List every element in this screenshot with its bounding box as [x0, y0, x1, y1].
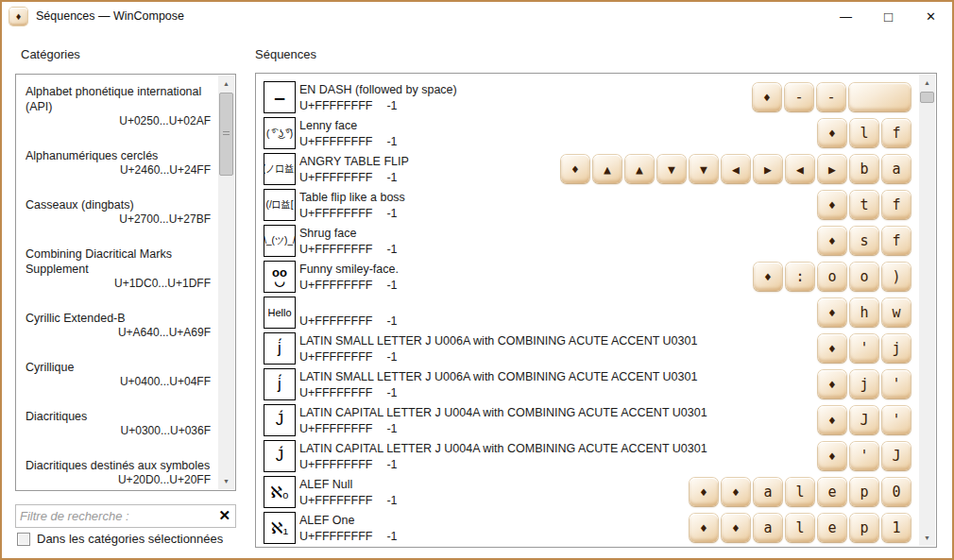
key-cap: f: [882, 227, 911, 255]
sequence-codepoint: U+FFFFFFFF: [299, 99, 372, 112]
sequence-codepoint: U+FFFFFFFF: [299, 530, 372, 543]
sequence-value: -1: [386, 279, 397, 292]
selected-categories-label: Dans les catégories sélectionnées: [37, 532, 223, 546]
sequence-title: Table flip like a boss: [299, 189, 818, 206]
sequence-title: LATIN CAPITAL LETTER J U004A with COMBIN…: [299, 404, 818, 421]
key-cap: f: [882, 119, 911, 147]
key-cap: a: [882, 155, 911, 183]
scrollbar-thumb[interactable]: [920, 92, 934, 103]
wincompose-window: ♦ Séquences — WinCompose — □ ✕ Catégorie…: [0, 0, 954, 560]
compose-key-cap: ♦: [818, 406, 846, 434]
sequence-list-item[interactable]: ¯\_(ツ)_/¯ Shrug face U+FFFFFFFF-1 ♦sf: [257, 223, 919, 259]
key-cap: h: [850, 298, 878, 327]
key-cap: l: [850, 119, 878, 147]
maximize-button[interactable]: □: [867, 2, 910, 30]
categories-scrollbar[interactable]: ▲ ▼: [218, 76, 234, 489]
sequences-scrollbar[interactable]: ▲ ▼: [919, 75, 935, 546]
sequence-codepoint: U+FFFFFFFF: [299, 422, 372, 435]
sequence-value: -1: [386, 171, 397, 184]
category-list-item[interactable]: Casseaux (dingbats) U+2700...U+27BF: [26, 197, 211, 227]
category-unicode-range: U+20D0...U+20FF: [26, 473, 211, 487]
sequence-char: J́: [264, 440, 296, 472]
clear-filter-icon[interactable]: ✕: [218, 507, 230, 524]
category-list-item[interactable]: Combining Diacritical Marks Supplement U…: [26, 246, 211, 291]
categories-listbox: Alphabet phonétique international (API) …: [15, 74, 236, 491]
sequence-code-line: U+FFFFFFFF-1: [299, 242, 818, 258]
sequence-list-item[interactable]: Hello U+FFFFFFFF-1 ♦hw: [257, 295, 919, 331]
sequence-text: ALEF Null U+FFFFFFFF-1: [299, 476, 690, 509]
sequence-list-item[interactable]: J́ LATIN CAPITAL LETTER J U004A with COM…: [257, 402, 919, 438]
scroll-up-icon[interactable]: ▲: [218, 76, 234, 92]
compose-key-cap: ♦: [753, 83, 781, 111]
category-list-item[interactable]: Alphabet phonétique international (API) …: [26, 84, 211, 128]
compose-key-cap: ♦: [722, 514, 750, 542]
sequence-code-line: U+FFFFFFFF-1: [299, 529, 690, 545]
category-name: Alphanumériques cerclés: [26, 148, 211, 163]
sequence-value: -1: [386, 350, 397, 364]
scroll-up-icon[interactable]: ▲: [919, 75, 935, 91]
key-cap: ▼: [657, 155, 686, 183]
scroll-down-icon[interactable]: ▼: [218, 473, 234, 489]
key-cap: -: [817, 83, 845, 111]
sequence-title: EN DASH (followed by space): [299, 81, 753, 98]
sequence-char: –: [264, 81, 296, 113]
sequence-list-item[interactable]: J́ LATIN CAPITAL LETTER J U004A with COM…: [257, 438, 919, 474]
scroll-down-icon[interactable]: ▼: [919, 530, 935, 546]
sequence-value: -1: [386, 530, 397, 543]
key-cap: o: [850, 263, 878, 291]
category-unicode-range: U+1DC0...U+1DFF: [26, 277, 211, 291]
sequence-text: LATIN SMALL LETTER J U006A with COMBININ…: [299, 368, 818, 401]
filter-scope-option[interactable]: Dans les catégories sélectionnées: [17, 532, 223, 546]
category-list-item[interactable]: Alphanumériques cerclés U+2460...U+24FF: [26, 148, 211, 178]
sequence-value: -1: [386, 314, 397, 328]
sequence-list-item[interactable]: j́ LATIN SMALL LETTER J U006A with COMBI…: [257, 366, 919, 402]
sequence-title: [299, 297, 818, 314]
close-button[interactable]: ✕: [910, 2, 952, 30]
categories-items: Alphabet phonétique international (API) …: [17, 76, 218, 489]
scrollbar-thumb[interactable]: [219, 93, 233, 176]
key-cap: o: [818, 263, 846, 291]
category-list-item[interactable]: Cyrillique U+0400...U+04FF: [26, 360, 211, 389]
sequence-list-item[interactable]: – EN DASH (followed by space) U+FFFFFFFF…: [257, 79, 919, 115]
sequence-list-item[interactable]: ℵ₁ ALEF One U+FFFFFFFF-1 ♦♦alep1: [257, 510, 919, 546]
sequence-list-item[interactable]: (/口益[ Table flip like a boss U+FFFFFFFF-…: [257, 187, 919, 223]
key-cap: ◀: [722, 155, 750, 183]
sequence-list-item[interactable]: oo ◡ Funny smiley-face. U+FFFFFFFF-1 ♦:o…: [257, 259, 919, 295]
key-cap: J: [882, 442, 911, 470]
sequence-list-item[interactable]: ℵ₀ ALEF Null U+FFFFFFFF-1 ♦♦alep0: [257, 474, 919, 510]
category-list-item[interactable]: Diacritiques U+0300...U+036F: [26, 409, 211, 438]
key-cap: 1: [882, 514, 911, 542]
category-list-item[interactable]: Diacritiques destinés aux symboles U+20D…: [26, 458, 211, 487]
scrollbar-grip-icon: [223, 131, 230, 137]
sequence-value: -1: [386, 207, 397, 220]
titlebar[interactable]: ♦ Séquences — WinCompose — □ ✕: [2, 2, 952, 30]
sequence-code-line: U+FFFFFFFF-1: [299, 493, 690, 509]
sequence-codepoint: U+FFFFFFFF: [299, 314, 372, 328]
sequence-value: -1: [386, 243, 397, 256]
category-unicode-range: U+0250...U+02AF: [26, 114, 211, 128]
category-unicode-range: U+0300...U+036F: [26, 424, 211, 438]
sequence-text: LATIN CAPITAL LETTER J U004A with COMBIN…: [299, 440, 818, 473]
sequence-title: LATIN CAPITAL LETTER J U004A with COMBIN…: [299, 440, 818, 457]
key-cap: e: [818, 478, 846, 506]
compose-key-cap: ♦: [690, 478, 718, 506]
minimize-button[interactable]: —: [825, 2, 867, 30]
category-list-item[interactable]: Cyrillic Extended-B U+A640...U+A69F: [26, 311, 211, 340]
key-cap: f: [882, 191, 911, 219]
sequence-title: ALEF Null: [299, 476, 690, 493]
window-title: Séquences — WinCompose: [36, 9, 184, 23]
sequence-text: LATIN CAPITAL LETTER J U004A with COMBIN…: [299, 404, 818, 437]
sequence-title: ALEF One: [299, 512, 690, 529]
key-cap: J: [850, 406, 878, 434]
search-filter-input[interactable]: [20, 506, 211, 526]
sequence-codepoint: U+FFFFFFFF: [299, 279, 372, 292]
sequence-list-item[interactable]: j́ LATIN SMALL LETTER J U006A with COMBI…: [257, 331, 919, 366]
selected-categories-checkbox[interactable]: [17, 533, 30, 546]
sequence-text: ALEF One U+FFFFFFFF-1: [299, 512, 690, 545]
compose-key-cap: ♦: [722, 478, 750, 506]
sequence-keys: ♦tf: [818, 191, 911, 219]
category-name: Alphabet phonétique international (API): [26, 84, 211, 114]
sequence-list-item[interactable]: (ノ口益[ ANGRY TABLE FLIP U+FFFFFFFF-1 ♦▲▲▼…: [257, 151, 919, 187]
sequence-list-item[interactable]: ( ͡° ͜ʖ ͡°) Lenny face U+FFFFFFFF-1 ♦lf: [257, 115, 919, 151]
key-cap: ': [882, 406, 911, 434]
